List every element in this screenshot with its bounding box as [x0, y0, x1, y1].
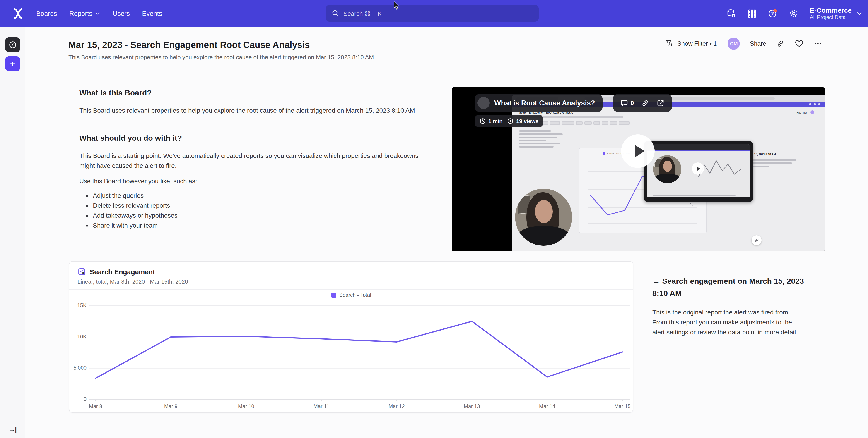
section-body: This Board uses relevant properties to h… — [79, 105, 419, 115]
chart-legend[interactable]: Search - Total — [69, 292, 633, 298]
board-description: What is this Board? This Board uses rele… — [79, 89, 419, 230]
bullet-item: Adjust the queries — [93, 191, 419, 200]
play-button[interactable] — [621, 134, 655, 168]
video-title: What is Root Cause Analysis? — [494, 99, 595, 107]
add-button[interactable]: + — [5, 56, 21, 71]
legend-label: Search - Total — [339, 292, 371, 298]
compass-icon — [8, 40, 17, 49]
thumb-link-button — [751, 235, 762, 245]
aside-body: This is the original report the alert wa… — [652, 307, 805, 337]
aside-heading: ← Search engagement on March 15, 2023 8:… — [652, 275, 805, 300]
video-open-external-button[interactable] — [656, 99, 664, 107]
nav-items: BoardsReportsUsersEvents — [36, 0, 162, 27]
video-toolbar: 0 — [613, 94, 672, 112]
project-scope: All Project Data — [810, 14, 852, 20]
left-sidebar: + →| — [0, 27, 25, 438]
report-subtitle: Linear, total, Mar 8th, 2020 - Mar 15th,… — [78, 279, 188, 285]
video-link-button[interactable] — [641, 99, 649, 107]
show-filter-button[interactable]: Show Filter • 1 — [665, 39, 717, 48]
mixpanel-logo-icon[interactable] — [12, 7, 25, 20]
project-name: E-Commerce — [810, 6, 852, 14]
legend-swatch — [331, 293, 336, 298]
x-tick-label: Mar 9 — [153, 404, 189, 409]
video-title-bar: What is Root Cause Analysis? — [475, 94, 602, 112]
expand-sidebar-button[interactable]: →| — [0, 420, 25, 438]
more-options-button[interactable] — [814, 39, 823, 48]
copy-link-button[interactable] — [776, 39, 785, 48]
top-nav: BoardsReportsUsersEvents Search ⌘ + K — [0, 0, 868, 27]
share-button[interactable]: Share — [750, 40, 766, 47]
show-filter-label: Show Filter • 1 — [677, 40, 717, 47]
board-nav-button[interactable] — [5, 37, 21, 53]
report-card: Search Engagement Linear, total, Mar 8th… — [69, 261, 633, 413]
y-tick-label: 5,000 — [69, 365, 87, 371]
alert-context-note: ← Search engagement on March 15, 2023 8:… — [652, 275, 805, 337]
presenter-webcam — [515, 189, 572, 246]
bullet-item: Add takeaways or hypotheses — [93, 210, 419, 221]
avatar[interactable]: CM — [728, 37, 740, 49]
pip-play-icon — [692, 162, 704, 175]
expand-arrow-icon: →| — [9, 425, 16, 433]
chevron-down-icon — [95, 11, 100, 16]
video-avatar — [477, 97, 490, 109]
bullet-item: Delete less relevant reports — [93, 200, 419, 210]
search-input[interactable]: Search ⌘ + K — [326, 5, 539, 22]
section-title: What should you do with it? — [79, 134, 419, 143]
favorite-button[interactable] — [795, 39, 804, 48]
board-actions: Show Filter • 1 CM Share — [665, 37, 823, 50]
x-tick-label: Mar 8 — [78, 404, 114, 409]
comment-count: 0 — [630, 100, 634, 106]
section-title: What is this Board? — [79, 89, 419, 98]
video-duration: 1 min — [488, 118, 503, 124]
duration-badge: 1 min — [479, 117, 503, 125]
x-tick-label: Mar 13 — [454, 404, 490, 409]
nav-item-reports[interactable]: Reports — [69, 10, 100, 17]
x-tick-label: Mar 12 — [378, 404, 415, 409]
x-tick-label: Mar 10 — [228, 404, 264, 409]
video-views: 19 views — [516, 118, 539, 124]
svg-text:?: ? — [771, 11, 774, 16]
x-tick-label: Mar 14 — [529, 404, 565, 409]
line-chart-icon — [78, 267, 86, 276]
project-selector[interactable]: E-Commerce All Project Data — [810, 6, 863, 20]
report-title[interactable]: Search Engagement — [90, 268, 155, 276]
y-tick-label: 10K — [69, 334, 87, 339]
views-badge: 19 views — [507, 117, 539, 125]
filter-plus-icon — [665, 39, 674, 48]
apps-grid-icon[interactable] — [747, 8, 757, 18]
section-body: This Board is a starting point. We've au… — [79, 151, 419, 171]
help-icon[interactable]: ? — [768, 8, 778, 18]
mouse-cursor — [393, 1, 401, 9]
search-icon — [332, 9, 339, 17]
app-root: BoardsReportsUsersEvents Search ⌘ + K — [0, 0, 868, 438]
nav-item-boards[interactable]: Boards — [36, 10, 57, 17]
data-management-icon[interactable] — [726, 8, 736, 18]
bullet-list: Adjust the queriesDelete less relevant r… — [79, 191, 419, 230]
video-meta-bar: 1 min 19 views — [475, 115, 543, 127]
video-player[interactable]: Search Engagement Root Cause Analysis Hi… — [452, 87, 825, 251]
bullet-item: Share it with your team — [93, 221, 419, 230]
page-title: Mar 15, 2023 - Search Engagement Root Ca… — [68, 40, 310, 50]
y-tick-label: 15K — [69, 302, 87, 308]
plus-icon: + — [10, 59, 15, 69]
video-comments-button[interactable]: 0 — [620, 99, 634, 107]
thumb-hide-filter: Hide Filter — [797, 111, 807, 114]
search-placeholder: Search ⌘ + K — [343, 10, 382, 17]
x-tick-label: Mar 15 — [604, 404, 641, 409]
list-intro: Use this Board however you like, such as… — [79, 176, 419, 186]
nav-item-users[interactable]: Users — [113, 10, 130, 17]
page-subtitle: This Board uses relevant properties to h… — [68, 54, 374, 61]
nav-right: ? E-Commerce All Project Data — [726, 0, 863, 27]
settings-gear-icon[interactable] — [789, 8, 799, 18]
nav-item-events[interactable]: Events — [142, 10, 162, 17]
y-tick-label: 0 — [69, 396, 87, 402]
x-tick-label: Mar 11 — [303, 404, 340, 409]
chevron-down-icon — [856, 10, 863, 16]
